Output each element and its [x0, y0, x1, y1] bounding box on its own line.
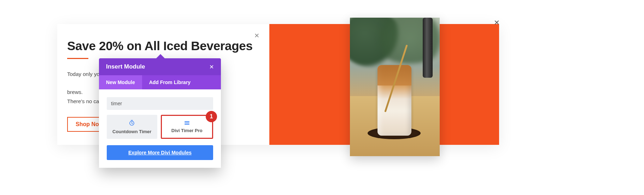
bars-icon [164, 121, 210, 125]
promo-title: Save 20% on All Iced Beverages [67, 39, 259, 53]
promo-body-line1b: brews. [67, 89, 83, 95]
tab-add-from-library[interactable]: Add From Library [142, 75, 198, 89]
photo-pipe [423, 18, 433, 78]
module-label: Countdown Timer [112, 129, 151, 134]
module-label: Divi Timer Pro [171, 128, 203, 133]
promo-close-button[interactable]: ✕ [254, 32, 259, 40]
title-underline [67, 58, 88, 59]
promo-body-line1a: Today only yo [67, 71, 100, 77]
promo-image [350, 18, 440, 156]
explore-more-modules-button[interactable]: Explore More Divi Modules [107, 145, 213, 160]
panel-close-button[interactable]: ✕ [209, 64, 214, 70]
module-divi-timer-pro[interactable]: 1 Divi Timer Pro [161, 115, 213, 139]
tab-new-module[interactable]: New Module [99, 75, 142, 89]
panel-body: Countdown Timer 1 Divi Timer Pro Explore… [99, 89, 221, 168]
popup-close-button[interactable]: ✕ [494, 18, 500, 27]
panel-header: Insert Module ✕ [99, 58, 221, 75]
promo-body-line2: There's no cat [67, 98, 101, 104]
module-results: Countdown Timer 1 Divi Timer Pro [107, 115, 213, 139]
module-countdown-timer[interactable]: Countdown Timer [107, 115, 157, 139]
panel-arrow [156, 54, 165, 59]
panel-title: Insert Module [106, 63, 145, 70]
photo-glass [377, 65, 411, 136]
panel-tabs: New Module Add From Library [99, 75, 221, 89]
clock-icon [109, 120, 155, 126]
annotation-badge: 1 [206, 111, 217, 122]
module-search-input[interactable] [107, 97, 213, 110]
insert-module-panel: Insert Module ✕ New Module Add From Libr… [99, 58, 221, 168]
